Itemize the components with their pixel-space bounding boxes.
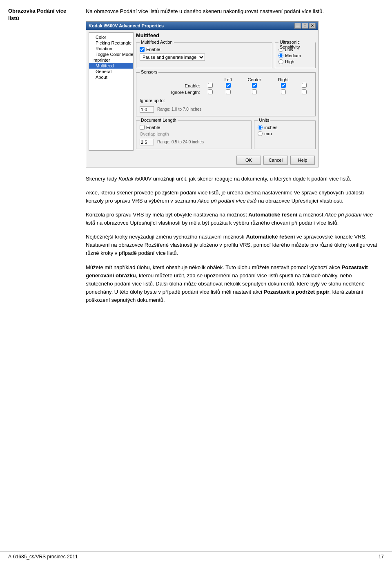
- doc-length-enable-checkbox[interactable]: [140, 125, 145, 130]
- doc-length-enable-row: Enable: [140, 125, 248, 130]
- cancel-button[interactable]: Cancel: [263, 156, 288, 165]
- sensors-group: Sensors Left Center: [136, 72, 316, 116]
- panel-right: Multifeed Multifeed Action Enable: [136, 32, 316, 151]
- sensors-table: Left Center Right Enable:: [140, 77, 312, 96]
- multifeed-action-content: Enable Pause and generate image: [140, 47, 269, 61]
- enable-cb-1[interactable]: [226, 83, 231, 88]
- sensors-content: Left Center Right Enable:: [140, 77, 312, 114]
- ignore-length-cb-0[interactable]: [208, 89, 213, 94]
- sensors-col-label: [140, 77, 203, 83]
- units-mm-radio[interactable]: [258, 131, 263, 136]
- ignore-length-cb-4[interactable]: [302, 89, 307, 94]
- ultrasonic-group: Ultrasonic Sensitivity Low Medium: [275, 42, 316, 68]
- nav-tree: Color Picking Rectangle Rotation Toggle …: [89, 32, 134, 151]
- right-column: Na obrazovce Podání více listů můžete u …: [82, 0, 392, 310]
- nav-about[interactable]: About: [89, 74, 133, 80]
- nav-rotation[interactable]: Rotation: [89, 46, 133, 51]
- overlap-input[interactable]: [140, 139, 154, 145]
- help-button[interactable]: Help: [290, 156, 315, 165]
- nav-color[interactable]: Color: [89, 34, 133, 40]
- ignore-length-cb-3[interactable]: [281, 89, 286, 94]
- units-mm-row: mm: [258, 131, 312, 136]
- sensors-col-empty: [203, 77, 218, 83]
- minimize-button[interactable]: —: [294, 23, 301, 29]
- action-select-row: Pause and generate image: [140, 54, 269, 61]
- footer-page-number: 17: [379, 554, 384, 560]
- ignore-up-label: Ignore up to:: [140, 98, 165, 103]
- nav-toggle-color-mode[interactable]: Toggle Color Mode: [89, 51, 133, 57]
- units-mm-label: mm: [264, 131, 272, 136]
- units-inches-row: inches: [258, 125, 312, 130]
- sensors-col-left: Left: [218, 77, 238, 83]
- enable-cb-3[interactable]: [281, 83, 286, 88]
- close-button[interactable]: ✕: [309, 23, 316, 29]
- units-inches-radio[interactable]: [258, 125, 263, 130]
- ignore-up-range: Range: 1.0 to 7.0 inches: [157, 107, 201, 112]
- ignore-up-input[interactable]: [140, 106, 154, 113]
- document-length-content: Enable Overlap length Range: 0.5 to 24.0…: [140, 125, 248, 146]
- ultrasonic-medium-radio[interactable]: [278, 53, 283, 58]
- ultrasonic-high-row: High: [278, 59, 312, 64]
- dialog-titlebar: Kodak i5600V Advanced Properties — □ ✕: [86, 22, 318, 30]
- enable-label: Enable: [146, 47, 160, 52]
- paragraph-4: Nejběžnější kroky nevyžadují změnu výcho…: [86, 233, 380, 257]
- paragraph-3: Konzola pro správu VRS by měla být obvyk…: [86, 211, 380, 227]
- titlebar-buttons: — □ ✕: [294, 23, 316, 29]
- document-length-group: Document Length Enable Overlap length: [136, 120, 252, 149]
- document-length-title: Document Length: [140, 118, 178, 123]
- enable-checkbox[interactable]: [140, 47, 145, 52]
- multifeed-action-group: Multifeed Action Enable Pause and genera…: [136, 42, 272, 68]
- ignore-length-cb-1[interactable]: [226, 89, 231, 94]
- bottom-groups: Document Length Enable Overlap length: [136, 120, 316, 151]
- page-footer: A-61685_cs/VRS prosinec 2011 17: [0, 551, 392, 562]
- dialog-content: Color Picking Rectangle Rotation Toggle …: [86, 30, 318, 153]
- section-heading: Obrazovka Podání více listů: [8, 7, 74, 22]
- paragraph-5: Můžete mít například úlohu, která obsahu…: [86, 263, 380, 305]
- ultrasonic-high-radio[interactable]: [278, 59, 283, 64]
- sensors-enable-row: Enable:: [140, 83, 312, 89]
- sensors-col-center: Center: [238, 77, 270, 83]
- doc-length-enable-label: Enable: [146, 125, 160, 130]
- sensors-enable-label: Enable:: [140, 83, 203, 89]
- enable-cb-4[interactable]: [302, 83, 307, 88]
- footer-left-text: A-61685_cs/VRS prosinec 2011: [8, 554, 78, 560]
- sensors-title: Sensors: [140, 69, 158, 74]
- intro-paragraph: Na obrazovce Podání více listů můžete u …: [86, 7, 380, 16]
- ultrasonic-high-label: High: [285, 59, 294, 64]
- sensors-ignore-length-row: Ignore Length:: [140, 89, 312, 96]
- enable-cb-0[interactable]: [208, 83, 213, 88]
- ignore-up-input-row: Range: 1.0 to 7.0 inches: [140, 105, 312, 114]
- enable-cb-2[interactable]: [252, 83, 257, 88]
- dialog-title: Kodak i5600V Advanced Properties: [89, 23, 164, 28]
- panel-title: Multifeed: [136, 32, 316, 38]
- dialog-footer: OK Cancel Help: [86, 153, 318, 167]
- overlap-label: Overlap length: [140, 132, 248, 136]
- sensors-ignore-length-label: Ignore Length:: [140, 89, 203, 96]
- dialog-box: Kodak i5600V Advanced Properties — □ ✕ C…: [86, 21, 318, 167]
- ultrasonic-medium-label: Medium: [285, 53, 301, 58]
- enable-row: Enable: [140, 47, 269, 52]
- nav-imprinter[interactable]: Imprinter: [89, 57, 133, 63]
- units-title: Units: [258, 118, 270, 123]
- ultrasonic-medium-row: Medium: [278, 53, 312, 58]
- nav-picking-rectangle[interactable]: Picking Rectangle: [89, 40, 133, 46]
- ignore-length-cb-2[interactable]: [252, 89, 257, 94]
- ultrasonic-content: Low Medium High: [278, 47, 312, 64]
- units-content: inches mm: [258, 125, 312, 136]
- paragraph-1: Skenery řady Kodak i5000V umožňují určit…: [86, 175, 380, 183]
- action-select[interactable]: Pause and generate image: [140, 54, 205, 61]
- sensors-col-extra: [296, 77, 312, 83]
- overlap-input-row: Range: 0.5 to 24.0 inches: [140, 138, 248, 146]
- nav-multifeed[interactable]: Multifeed: [89, 63, 133, 69]
- units-group: Units inches mm: [254, 120, 316, 149]
- left-column: Obrazovka Podání více listů: [0, 0, 82, 310]
- maximize-button[interactable]: □: [302, 23, 308, 29]
- units-inches-label: inches: [264, 125, 277, 130]
- nav-general[interactable]: General: [89, 69, 133, 74]
- sensors-col-right: Right: [270, 77, 296, 83]
- ok-button[interactable]: OK: [236, 156, 261, 165]
- multifeed-action-title: Multifeed Action: [140, 40, 174, 45]
- overlap-range: Range: 0.5 to 24.0 inches: [157, 140, 204, 144]
- ignore-up-row: Ignore up to:: [140, 97, 312, 104]
- dialog-screenshot: Kodak i5600V Advanced Properties — □ ✕ C…: [86, 21, 380, 167]
